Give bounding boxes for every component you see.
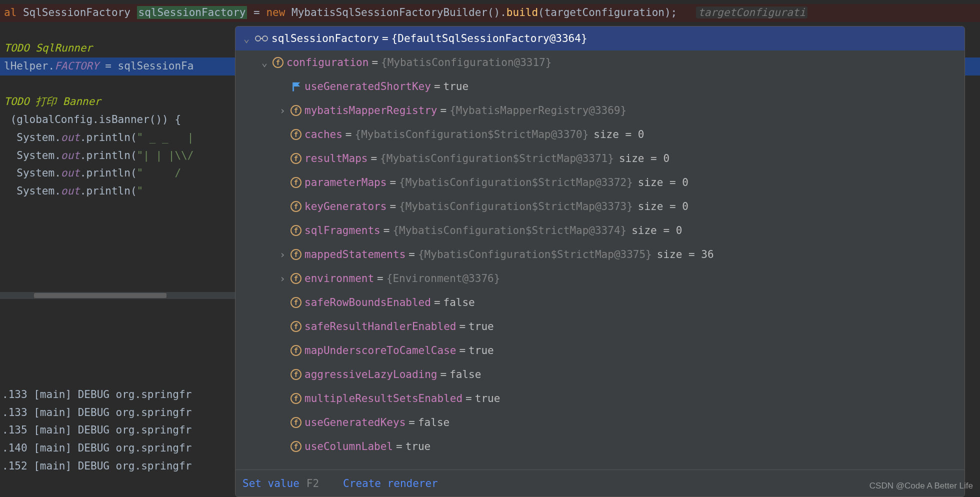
tree-node-mapunderscoretocamelcase[interactable]: f mapUnderscoreToCamelCase = true (236, 338, 964, 362)
tree-node-keygenerators[interactable]: f keyGenerators = {MybatisConfiguration$… (236, 194, 964, 218)
tree-node-configuration[interactable]: f configuration = {MybatisConfiguration@… (236, 50, 964, 74)
field-icon: f (290, 225, 302, 236)
variables-tree[interactable]: sqlSessionFactory = {DefaultSqlSessionFa… (236, 26, 964, 470)
var-ref: {MybatisMapperRegistry@3369} (450, 104, 626, 116)
var-extra: size = 36 (657, 248, 714, 260)
set-value-link[interactable]: Set value (242, 478, 300, 490)
equals: = (384, 224, 390, 236)
var-name: configuration (286, 56, 368, 68)
var-ref: {MybatisConfiguration$StrictMap@3373} (399, 200, 633, 212)
field-icon: f (290, 201, 302, 212)
svg-point-1 (262, 36, 268, 41)
var-name: mybatisMapperRegistry (304, 104, 438, 116)
equals: = (408, 416, 415, 428)
equals: = (459, 320, 466, 332)
var-name: sqlFragments (304, 224, 380, 236)
var-value: true (475, 392, 500, 404)
field-icon: f (290, 417, 302, 428)
scrollbar-thumb[interactable] (34, 293, 166, 298)
horizontal-scrollbar[interactable] (0, 292, 235, 299)
call: .println( (80, 132, 137, 144)
tree-node-parametermaps[interactable]: f parameterMaps = {MybatisConfiguration$… (236, 170, 964, 194)
console-output[interactable]: .133 [main] DEBUG org.springfr .133 [mai… (0, 384, 235, 497)
field-icon: f (272, 57, 284, 68)
create-renderer-link[interactable]: Create renderer (343, 478, 438, 490)
tree-node-mybatismapperregistry[interactable]: f mybatisMapperRegistry = {MybatisMapper… (236, 98, 964, 122)
var-ref: {MybatisConfiguration$StrictMap@3372} (399, 176, 633, 188)
equals: = (390, 176, 396, 188)
string-lit: " / (137, 167, 182, 179)
equals: = (440, 368, 447, 380)
var-ref: {MybatisConfiguration$StrictMap@3375} (418, 248, 652, 260)
field-icon: f (290, 249, 302, 260)
paren: ( (10, 114, 17, 126)
tree-node-root[interactable]: sqlSessionFactory = {DefaultSqlSessionFa… (236, 26, 964, 50)
prefix: lHelper. (4, 60, 54, 72)
tree-node-aggressivelazyloading[interactable]: f aggressiveLazyLoading = false (236, 362, 964, 386)
console-line: .133 [main] DEBUG org.springfr (0, 404, 235, 422)
sys: System. (16, 185, 61, 197)
equals: = (382, 32, 388, 44)
tree-node-saferesulthandlerenabled[interactable]: f safeResultHandlerEnabled = true (236, 314, 964, 338)
code-line-1[interactable]: al SqlSessionFactory sqlSessionFactory =… (0, 4, 980, 22)
var-ref: {MybatisConfiguration$StrictMap@3370} (355, 128, 589, 140)
args: (targetConfiguration); (538, 6, 677, 18)
glasses-icon (254, 34, 268, 44)
var-name: aggressiveLazyLoading (304, 368, 438, 380)
tree-node-saferowboundsenabled[interactable]: f safeRowBoundsEnabled = false (236, 290, 964, 314)
var-value: true (468, 344, 494, 356)
var-name: environment (304, 272, 374, 284)
variable-highlighted: sqlSessionFactory (137, 6, 248, 19)
var-ref: {MybatisConfiguration$StrictMap@3371} (380, 152, 614, 164)
field-icon: f (290, 153, 302, 164)
tree-node-usegeneratedshortkey[interactable]: useGeneratedShortKey = true (236, 74, 964, 98)
var-name: multipleResultSetsEnabled (304, 392, 462, 404)
debug-variables-popup[interactable]: sqlSessionFactory = {DefaultSqlSessionFa… (235, 26, 965, 497)
var-extra: size = 0 (632, 224, 682, 236)
var-name: sqlSessionFactory (272, 32, 379, 44)
chevron-right-icon[interactable] (278, 248, 288, 260)
out-field: out (61, 132, 80, 144)
var-extra: size = 0 (638, 200, 688, 212)
chevron-down-icon[interactable] (260, 56, 270, 68)
var-extra: size = 0 (619, 152, 670, 164)
string-lit: " (137, 185, 144, 197)
tree-node-sqlfragments[interactable]: f sqlFragments = {MybatisConfiguration$S… (236, 218, 964, 242)
field-icon: f (290, 369, 302, 380)
tree-node-multipleresultsetsenabled[interactable]: f multipleResultSetsEnabled = true (236, 386, 964, 410)
keyword-new: new (266, 6, 285, 18)
comment-todo: TODO 打印 Banner (4, 96, 101, 108)
out-field: out (61, 185, 80, 197)
tree-node-environment[interactable]: f environment = {Environment@3376} (236, 266, 964, 290)
var-name: resultMaps (304, 152, 368, 164)
tree-node-usecolumnlabel[interactable]: f useColumnLabel = true (236, 434, 964, 458)
equals: = (434, 296, 440, 308)
field-icon: f (290, 105, 302, 116)
watermark: CSDN @Code A Better Life (870, 481, 973, 491)
equals: = (434, 80, 440, 92)
flag-icon (290, 81, 302, 92)
field-icon: f (290, 273, 302, 284)
tree-node-caches[interactable]: f caches = {MybatisConfiguration$StrictM… (236, 122, 964, 146)
tree-node-resultmaps[interactable]: f resultMaps = {MybatisConfiguration$Str… (236, 146, 964, 170)
var-name: parameterMaps (304, 176, 386, 188)
field-icon: f (290, 129, 302, 140)
equals: = (346, 128, 352, 140)
shortcut-key: F2 (306, 478, 319, 490)
sys: System. (16, 150, 61, 162)
chevron-right-icon[interactable] (278, 104, 288, 116)
tree-node-usegeneratedkeys[interactable]: f useGeneratedKeys = false (236, 410, 964, 434)
type-name: SqlSessionFactory (23, 6, 130, 18)
console-line: .152 [main] DEBUG org.springfr (0, 458, 235, 476)
console-line: .135 [main] DEBUG org.springfr (0, 422, 235, 440)
suffix: .isBanner()) { (92, 114, 181, 126)
call: .println( (80, 185, 137, 197)
var-value: false (450, 368, 481, 380)
field-icon: f (290, 321, 302, 332)
chevron-down-icon[interactable] (242, 32, 252, 44)
chevron-right-icon[interactable] (278, 272, 288, 284)
field-icon: f (290, 393, 302, 404)
var-extra: size = 0 (594, 128, 644, 140)
field-icon: f (290, 441, 302, 452)
tree-node-mappedstatements[interactable]: f mappedStatements = {MybatisConfigurati… (236, 242, 964, 266)
